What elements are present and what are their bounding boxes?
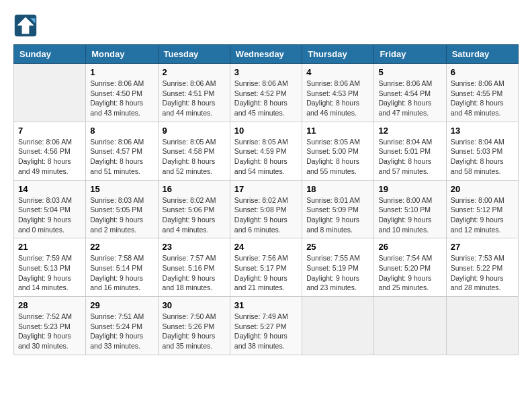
day-info-line: Daylight: 8 hours: [378, 156, 441, 167]
day-info-line: and 25 minutes.: [378, 283, 441, 293]
header-cell-thursday: Thursday: [302, 45, 374, 64]
calendar-cell: [302, 297, 374, 355]
logo-icon: [13, 13, 38, 38]
day-info-line: Daylight: 8 hours: [378, 98, 441, 108]
day-number: 30: [163, 300, 226, 310]
day-info-line: and 45 minutes.: [234, 108, 298, 118]
day-info-line: and 2 minutes.: [90, 225, 153, 235]
calendar-cell: 10Sunrise: 8:05 AMSunset: 4:59 PMDayligh…: [230, 122, 302, 180]
day-number: 28: [18, 300, 81, 310]
day-info-line: and 33 minutes.: [90, 341, 153, 351]
day-info-line: and 38 minutes.: [234, 341, 298, 351]
day-number: 8: [90, 126, 153, 136]
day-info-line: Sunset: 4:55 PM: [451, 89, 514, 99]
day-number: 21: [18, 242, 81, 252]
day-info-line: Sunset: 5:23 PM: [18, 322, 81, 332]
day-info-line: Sunset: 5:20 PM: [378, 263, 441, 273]
calendar-cell: 8Sunrise: 8:06 AMSunset: 4:57 PMDaylight…: [86, 122, 158, 180]
day-info-line: Sunrise: 7:59 AM: [18, 253, 81, 263]
day-info-line: Sunset: 5:12 PM: [451, 205, 514, 215]
calendar-cell: 13Sunrise: 8:04 AMSunset: 5:03 PMDayligh…: [446, 122, 518, 180]
calendar-cell: 23Sunrise: 7:57 AMSunset: 5:16 PMDayligh…: [158, 238, 230, 297]
calendar-cell: 26Sunrise: 7:54 AMSunset: 5:20 PMDayligh…: [374, 238, 446, 297]
day-info-line: Daylight: 8 hours: [234, 98, 298, 108]
header-cell-sunday: Sunday: [14, 45, 86, 64]
day-info-line: Sunrise: 8:05 AM: [234, 137, 298, 147]
day-number: 7: [18, 126, 81, 136]
day-info-line: and 6 minutes.: [234, 225, 298, 235]
day-info-line: Daylight: 9 hours: [18, 215, 81, 225]
day-info-line: Daylight: 9 hours: [18, 273, 81, 283]
calendar-cell: 16Sunrise: 8:02 AMSunset: 5:06 PMDayligh…: [158, 180, 230, 238]
day-info-line: Sunrise: 8:04 AM: [451, 137, 514, 147]
day-info-line: Sunset: 5:13 PM: [18, 263, 81, 273]
calendar-cell: 11Sunrise: 8:05 AMSunset: 5:00 PMDayligh…: [302, 122, 374, 180]
day-info-line: Sunset: 4:59 PM: [234, 146, 298, 156]
day-info-line: Sunset: 4:56 PM: [18, 146, 81, 156]
day-info-line: Daylight: 8 hours: [18, 156, 81, 167]
day-info-line: Sunset: 5:04 PM: [18, 205, 81, 215]
day-info-line: Daylight: 9 hours: [163, 273, 226, 283]
day-info-line: Sunset: 5:00 PM: [306, 146, 369, 156]
day-info-line: Daylight: 9 hours: [234, 215, 298, 225]
day-info-line: and 44 minutes.: [163, 108, 226, 118]
day-info-line: and 46 minutes.: [306, 108, 369, 118]
day-info-line: Sunrise: 7:57 AM: [163, 253, 226, 263]
calendar-cell: 28Sunrise: 7:52 AMSunset: 5:23 PMDayligh…: [14, 297, 86, 355]
day-info-line: Sunrise: 7:52 AM: [18, 312, 81, 322]
calendar-cell: 29Sunrise: 7:51 AMSunset: 5:24 PMDayligh…: [86, 297, 158, 355]
calendar-cell: 15Sunrise: 8:03 AMSunset: 5:05 PMDayligh…: [86, 180, 158, 238]
day-info-line: Sunrise: 7:53 AM: [451, 253, 514, 263]
day-info-line: Sunrise: 8:02 AM: [163, 195, 226, 205]
day-info-line: Sunrise: 8:04 AM: [378, 137, 441, 147]
day-number: 12: [378, 126, 441, 136]
day-info-line: Daylight: 9 hours: [378, 215, 441, 225]
day-info-line: and 21 minutes.: [234, 283, 298, 293]
week-row-3: 14Sunrise: 8:03 AMSunset: 5:04 PMDayligh…: [14, 180, 519, 238]
day-info-line: Sunset: 5:01 PM: [378, 146, 441, 156]
day-info-line: Sunset: 5:08 PM: [234, 205, 298, 215]
day-info-line: Sunset: 5:14 PM: [90, 263, 153, 273]
calendar-cell: 22Sunrise: 7:58 AMSunset: 5:14 PMDayligh…: [86, 238, 158, 297]
day-info-line: Daylight: 9 hours: [163, 331, 226, 341]
calendar-table: SundayMondayTuesdayWednesdayThursdayFrid…: [13, 44, 519, 355]
day-info-line: and 57 minutes.: [378, 167, 441, 177]
day-number: 9: [163, 126, 226, 136]
day-info-line: Daylight: 8 hours: [163, 98, 226, 108]
day-info-line: Sunrise: 7:55 AM: [306, 253, 369, 263]
day-info-line: Sunrise: 8:06 AM: [234, 79, 298, 89]
day-info-line: Sunset: 4:50 PM: [90, 89, 153, 99]
calendar-cell: [14, 64, 86, 122]
day-number: 24: [234, 242, 298, 252]
day-info-line: Daylight: 9 hours: [451, 215, 514, 225]
day-info-line: Sunrise: 7:49 AM: [234, 312, 298, 322]
day-info-line: Sunrise: 8:03 AM: [18, 195, 81, 205]
calendar-cell: 20Sunrise: 8:00 AMSunset: 5:12 PMDayligh…: [446, 180, 518, 238]
day-info-line: and 55 minutes.: [306, 167, 369, 177]
day-info-line: Sunset: 4:57 PM: [90, 146, 153, 156]
day-info-line: Sunset: 4:54 PM: [378, 89, 441, 99]
calendar-body: 1Sunrise: 8:06 AMSunset: 4:50 PMDaylight…: [14, 64, 519, 355]
week-row-5: 28Sunrise: 7:52 AMSunset: 5:23 PMDayligh…: [14, 297, 519, 355]
day-info-line: and 51 minutes.: [90, 167, 153, 177]
day-number: 27: [451, 242, 514, 252]
day-info-line: Sunset: 4:52 PM: [234, 89, 298, 99]
day-info-line: Sunrise: 7:50 AM: [163, 312, 226, 322]
calendar-cell: [374, 297, 446, 355]
day-number: 22: [90, 242, 153, 252]
day-info-line: and 28 minutes.: [451, 283, 514, 293]
day-info-line: Sunrise: 7:56 AM: [234, 253, 298, 263]
day-number: 13: [451, 126, 514, 136]
day-info-line: and 43 minutes.: [90, 108, 153, 118]
day-number: 1: [90, 67, 153, 77]
day-number: 11: [306, 126, 369, 136]
header-cell-saturday: Saturday: [446, 45, 518, 64]
calendar-cell: 5Sunrise: 8:06 AMSunset: 4:54 PMDaylight…: [374, 64, 446, 122]
day-info-line: and 10 minutes.: [378, 225, 441, 235]
day-info-line: Sunrise: 8:06 AM: [18, 137, 81, 147]
day-info-line: Sunrise: 7:58 AM: [90, 253, 153, 263]
day-info-line: Sunrise: 8:06 AM: [306, 79, 369, 89]
day-info-line: Sunrise: 8:05 AM: [163, 137, 226, 147]
day-number: 31: [234, 300, 298, 310]
calendar-cell: 1Sunrise: 8:06 AMSunset: 4:50 PMDaylight…: [86, 64, 158, 122]
